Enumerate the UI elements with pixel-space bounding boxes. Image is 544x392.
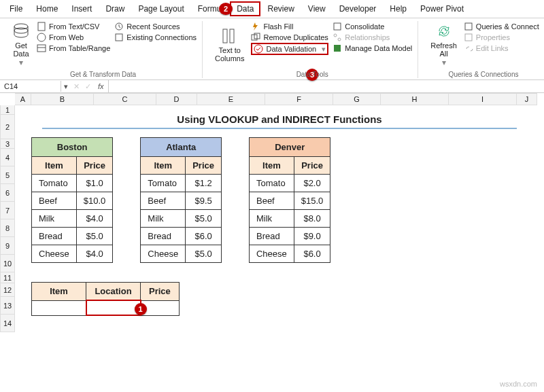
row-headers: 1234567891011121314 xyxy=(0,105,15,332)
svg-point-1 xyxy=(14,28,28,33)
svg-rect-2 xyxy=(38,22,45,31)
watermark: wsxdn.com xyxy=(500,380,537,388)
text-to-columns-button[interactable]: Text to Columns xyxy=(212,21,247,69)
enter-icon[interactable]: ✓ xyxy=(82,82,94,91)
svg-rect-4 xyxy=(37,45,46,52)
consolidate-icon xyxy=(333,22,342,31)
lookup-table: ItemLocationPrice 1 xyxy=(31,282,180,316)
svg-point-3 xyxy=(37,33,46,41)
formula-input[interactable] xyxy=(108,80,544,92)
data-validation-button[interactable]: Data Validation▾ xyxy=(251,43,328,55)
dropdown-icon[interactable]: ▾ xyxy=(61,82,71,91)
lookup-item-cell[interactable] xyxy=(32,300,86,315)
flash-fill-button[interactable]: Flash Fill xyxy=(251,21,328,32)
menu-help[interactable]: Help xyxy=(383,1,413,16)
svg-rect-17 xyxy=(465,23,472,30)
boston-table: Boston ItemPrice Tomato$1.0 Beef$10.0 Mi… xyxy=(31,137,113,263)
links-icon xyxy=(464,43,473,53)
svg-rect-16 xyxy=(334,45,341,52)
refresh-icon xyxy=(435,22,453,40)
menu-file[interactable]: File xyxy=(3,1,29,16)
group-label: Data Tools xyxy=(207,71,418,78)
menu-review[interactable]: Review xyxy=(260,1,301,16)
menu-developer[interactable]: Developer xyxy=(333,1,384,16)
atlanta-table: Atlanta ItemPrice Tomato$1.2 Beef$9.5 Mi… xyxy=(140,137,222,263)
connection-icon xyxy=(114,33,124,42)
data-model-button[interactable]: Manage Data Model xyxy=(333,43,412,54)
svg-rect-13 xyxy=(334,23,341,30)
flash-icon xyxy=(251,22,260,31)
from-textcsv-button[interactable]: From Text/CSV xyxy=(37,21,110,32)
queries-button[interactable]: Queries & Connect xyxy=(464,21,539,32)
svg-rect-9 xyxy=(230,29,234,43)
model-icon xyxy=(333,43,342,53)
svg-point-15 xyxy=(338,38,341,41)
ribbon: Get Data ▾ From Text/CSV From Web From T… xyxy=(0,18,544,80)
spreadsheet-grid[interactable]: ABCDEFGHIJ 1234567891011121314 Using VLO… xyxy=(0,93,544,392)
column-headers: ABCDEFGHIJ xyxy=(15,93,544,105)
chevron-down-icon: ▾ xyxy=(19,58,23,67)
denver-table: Denver ItemPrice Tomato$2.0 Beef$15.0 Mi… xyxy=(249,137,330,263)
svg-point-14 xyxy=(334,34,337,37)
relationships-icon xyxy=(333,33,342,42)
refresh-all-button[interactable]: Refresh All ▾ xyxy=(428,21,460,69)
menu-bar: File Home Insert Draw Page Layout Formul… xyxy=(0,0,544,18)
recent-sources-button[interactable]: Recent Sources xyxy=(114,21,197,32)
group-label: Get & Transform Data xyxy=(4,71,202,78)
group-label: Queries & Connections xyxy=(422,71,544,78)
table-icon xyxy=(37,43,46,53)
from-table-button[interactable]: From Table/Range xyxy=(37,43,110,54)
svg-rect-7 xyxy=(116,34,122,41)
duplicates-icon xyxy=(251,33,260,42)
formula-bar: C14 ▾ ✕ ✓ fx xyxy=(0,80,544,93)
consolidate-button[interactable]: Consolidate xyxy=(333,21,412,32)
existing-connections-button[interactable]: Existing Connections xyxy=(114,32,197,43)
recent-icon xyxy=(114,22,124,31)
fx-button[interactable]: fx xyxy=(94,82,108,90)
columns-icon xyxy=(221,27,239,45)
menu-view[interactable]: View xyxy=(301,1,333,16)
validation-icon xyxy=(254,44,263,54)
file-icon xyxy=(37,22,46,31)
relationships-button[interactable]: Relationships xyxy=(333,32,412,43)
menu-data[interactable]: Data xyxy=(230,1,260,16)
badge-1: 1 xyxy=(135,303,147,315)
properties-button[interactable]: Properties xyxy=(464,32,539,43)
menu-powerpivot[interactable]: Power Pivot xyxy=(413,1,471,16)
remove-duplicates-button[interactable]: Remove Duplicates xyxy=(251,32,328,43)
queries-icon xyxy=(464,22,473,31)
svg-point-12 xyxy=(254,45,262,53)
lookup-location-cell[interactable]: 1 xyxy=(86,300,141,315)
name-box[interactable]: C14 xyxy=(0,81,61,92)
chevron-down-icon: ▾ xyxy=(322,45,326,54)
globe-icon xyxy=(37,33,46,42)
menu-home[interactable]: Home xyxy=(29,1,65,16)
page-title: Using VLOOKUP and INDIRECT Functions xyxy=(42,108,517,129)
edit-links-button[interactable]: Edit Links xyxy=(464,43,539,54)
chevron-down-icon: ▾ xyxy=(442,58,446,67)
menu-page-layout[interactable]: Page Layout xyxy=(131,1,190,16)
cancel-icon[interactable]: ✕ xyxy=(71,82,82,91)
from-web-button[interactable]: From Web xyxy=(37,32,110,43)
menu-insert[interactable]: Insert xyxy=(65,1,99,16)
database-icon xyxy=(12,22,30,40)
menu-draw[interactable]: Draw xyxy=(99,1,131,16)
properties-icon xyxy=(464,33,473,42)
badge-2: 2 xyxy=(219,3,233,15)
get-data-button[interactable]: Get Data ▾ xyxy=(10,21,33,69)
svg-rect-18 xyxy=(465,34,472,41)
svg-rect-8 xyxy=(223,29,227,43)
